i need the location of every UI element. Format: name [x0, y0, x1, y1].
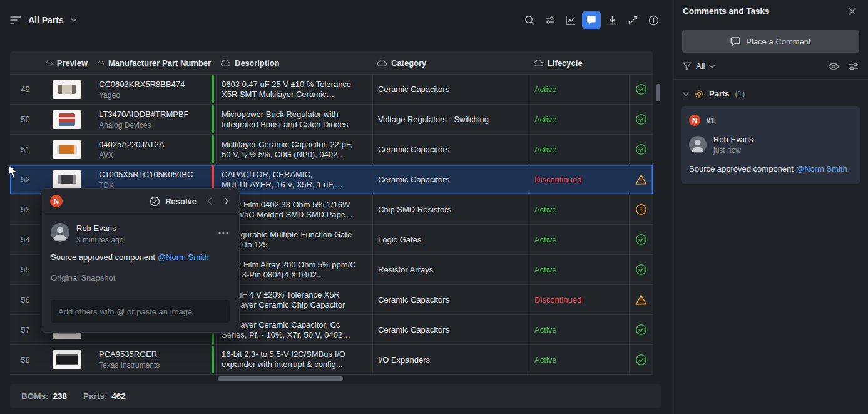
- status-bar: BOMs: 238 Parts: 462: [10, 384, 661, 408]
- filter-settings-button[interactable]: [541, 11, 559, 29]
- toolbar: All Parts: [0, 0, 673, 40]
- original-snapshot-link[interactable]: Original Snapshot: [51, 273, 230, 290]
- status-ok-icon: [635, 83, 647, 95]
- view-selector[interactable]: All Parts: [10, 15, 77, 25]
- category-cell: Chip SMD Resistors: [372, 195, 529, 224]
- download-button[interactable]: [603, 11, 621, 29]
- row-number: 55: [10, 255, 41, 284]
- status-warning-icon: [635, 294, 647, 306]
- part-preview-cell: [41, 345, 93, 374]
- mpn-cell: 04025A220JAT2A AVX: [93, 135, 216, 164]
- mention-link[interactable]: @Norm Smith: [796, 164, 847, 173]
- part-number: 04025A220JAT2A: [99, 140, 208, 149]
- resolve-button[interactable]: Resolve: [150, 196, 197, 207]
- info-icon: [648, 15, 659, 26]
- lifecycle-cell: Active: [529, 135, 629, 164]
- close-panel-button[interactable]: [846, 5, 859, 18]
- filter-all-dropdown[interactable]: All: [696, 61, 705, 71]
- description-text: 16-bit 2.3- to 5.5-V I2C/SMBus I/O expan…: [222, 349, 360, 370]
- chevron-down-icon[interactable]: [709, 65, 715, 68]
- boms-count: 238: [53, 391, 68, 401]
- header-description[interactable]: Description: [216, 51, 372, 74]
- next-comment-button[interactable]: [223, 196, 230, 206]
- more-options-button[interactable]: [217, 223, 230, 239]
- popup-header: N Resolve: [41, 189, 239, 214]
- comment-id: #1: [706, 116, 715, 125]
- vertical-scrollbar[interactable]: [656, 84, 660, 101]
- status-cell: [629, 285, 653, 314]
- header-row-number: [10, 51, 41, 74]
- info-button[interactable]: [644, 11, 663, 29]
- lifecycle-text: Discontinued: [534, 175, 581, 184]
- part-image: [56, 354, 78, 365]
- view-title[interactable]: All Parts: [28, 15, 64, 25]
- mpn-cell: LT3470AIDDB#TRMPBF Analog Devices: [93, 105, 216, 134]
- row-number: 54: [10, 225, 41, 254]
- lifecycle-text: Active: [534, 325, 556, 334]
- close-icon: [849, 8, 856, 15]
- comment-author: Rob Evans: [713, 135, 753, 144]
- lifecycle-cell: Active: [529, 195, 629, 224]
- part-image: [57, 145, 77, 154]
- line-chart-icon: [565, 14, 576, 26]
- sliders-icon[interactable]: [849, 62, 859, 71]
- mpn-cell: PCA9535RGER Texas Instruments: [93, 345, 216, 374]
- row-number: 51: [10, 135, 41, 164]
- table-row[interactable]: 58 PCA9535RGER Texas Instruments 16-bit …: [10, 344, 653, 375]
- table-row[interactable]: 50 LT3470AIDDB#TRMPBF Analog Devices Mic…: [10, 104, 653, 134]
- part-thumbnail: [53, 170, 81, 189]
- status-ok-icon: [635, 354, 647, 366]
- status-cell: [629, 105, 653, 134]
- description-cell: 16-bit 2.3- to 5.5-V I2C/SMBus I/O expan…: [216, 345, 372, 374]
- comment-text: Source approved component@Norm Smith: [689, 163, 852, 174]
- comments-button[interactable]: [582, 11, 601, 29]
- search-button[interactable]: [520, 11, 539, 29]
- comment-time: just now: [713, 146, 753, 155]
- lifecycle-cell: Discontinued: [529, 165, 629, 194]
- chart-button[interactable]: [561, 11, 580, 29]
- lifecycle-cell: Discontinued: [529, 285, 629, 314]
- comment-card[interactable]: N #1 Rob Evans just now Source approved …: [681, 106, 860, 184]
- description-text: Micropower Buck Regulator with Integrate…: [222, 110, 360, 130]
- header-preview[interactable]: Preview: [41, 51, 93, 74]
- status-ok-icon: [635, 264, 647, 276]
- place-comment-button[interactable]: Place a Comment: [682, 30, 859, 53]
- header-lifecycle[interactable]: Lifecycle: [529, 51, 629, 74]
- reply-input[interactable]: [51, 300, 230, 323]
- fullscreen-button[interactable]: [623, 11, 642, 29]
- part-preview-cell: [41, 135, 93, 164]
- description-text: Thick Film Array 200 Ohm 5% ppm/C ISOL 8…: [222, 260, 360, 280]
- expand-icon: [628, 15, 638, 26]
- lifecycle-text: Active: [534, 85, 556, 94]
- category-cell: Voltage Regulators - Switching: [372, 105, 529, 134]
- header-category[interactable]: Category: [372, 51, 529, 74]
- manufacturer: Analog Devices: [99, 121, 208, 130]
- row-number: 56: [10, 285, 41, 314]
- popup-body: Rob Evans 3 minutes ago Source approved …: [41, 214, 239, 292]
- table-row[interactable]: 49 CC0603KRX5R8BB474 Yageo 0603 0.47 uF …: [10, 74, 653, 104]
- eye-icon[interactable]: [828, 62, 839, 71]
- description-text: Multilayer Ceramic Capacitor, Cc Series,…: [222, 320, 360, 340]
- row-number: 58: [10, 345, 41, 374]
- comment-popup: N Resolve Rob Evans: [41, 188, 240, 333]
- description-text: Thick Film 0402 33 Ohm 5% 1/16W 0ppm/ãC …: [222, 200, 360, 220]
- description-text: Multilayer Ceramic Capacitor, 22 pF, 50 …: [222, 140, 360, 160]
- table-row[interactable]: 51 04025A220JAT2A AVX Multilayer Ceramic…: [10, 134, 653, 164]
- part-number: C1005X5R1C105K050BC: [99, 170, 208, 179]
- header-mpn[interactable]: Manufacturer Part Number: [93, 51, 216, 74]
- filter-list-icon[interactable]: [10, 16, 21, 24]
- lifecycle-bar: [212, 346, 214, 373]
- horizontal-scrollbar[interactable]: [218, 376, 343, 381]
- status-ok-icon: [635, 234, 647, 246]
- cloud-icon: [46, 60, 53, 66]
- status-cell: [629, 135, 653, 164]
- previous-comment-button[interactable]: [206, 196, 213, 206]
- part-thumbnail: [53, 350, 81, 369]
- mention-link[interactable]: @Norm Smith: [158, 252, 209, 262]
- cloud-icon: [377, 60, 387, 66]
- search-icon: [524, 14, 535, 26]
- category-cell: Logic Gates: [372, 225, 529, 254]
- lifecycle-cell: Active: [529, 105, 629, 134]
- comment-time: 3 minutes ago: [76, 235, 123, 244]
- parts-section-header[interactable]: Parts (1): [673, 80, 868, 101]
